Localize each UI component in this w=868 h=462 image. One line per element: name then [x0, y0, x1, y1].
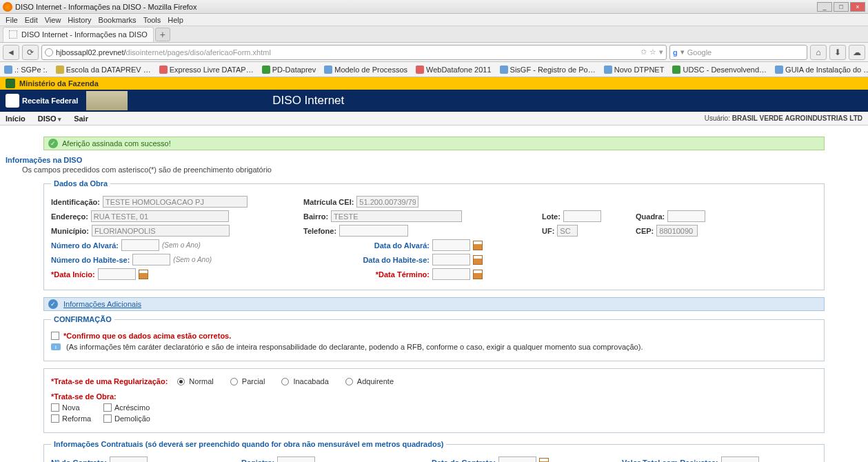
menu-diso[interactable]: DISO: [38, 114, 61, 123]
menu-inicio[interactable]: Início: [6, 114, 26, 123]
legend-confirmacao: CONFIRMAÇÃO: [51, 315, 114, 323]
checkbox-nova[interactable]: [51, 403, 59, 412]
label-num-contrato: Nº do Contrato:: [51, 459, 107, 463]
url-bar[interactable]: hjbossapl02.prevnet/disointernet/pages/d…: [41, 45, 667, 60]
input-identificacao[interactable]: [103, 196, 248, 208]
input-num-habite[interactable]: [132, 254, 170, 265]
menu-tools[interactable]: Tools: [141, 16, 164, 24]
maximize-button[interactable]: □: [834, 2, 849, 12]
page-heading: Informações na DISO: [6, 156, 862, 164]
checkbox-confirmo[interactable]: [51, 332, 59, 340]
label-municipio: Município:: [51, 227, 89, 235]
close-window-button[interactable]: ×: [850, 2, 865, 12]
downloads-button[interactable]: ⬇: [829, 45, 846, 60]
label-regularizacao: *Trata-se de uma Regularização:: [51, 377, 168, 385]
bookmark-item[interactable]: SisGF - Registro de Po…: [500, 66, 596, 74]
bookmark-item[interactable]: WebDatafone 2011: [416, 66, 492, 74]
calendar-icon-termino[interactable]: [473, 270, 483, 279]
menu-edit[interactable]: Edit: [22, 16, 41, 24]
browser-tab[interactable]: DISO Internet - Informações na DISO: [3, 27, 154, 42]
search-box[interactable]: g ▾ Google: [669, 45, 807, 60]
reload-button[interactable]: ⟳: [22, 45, 39, 60]
menu-file[interactable]: File: [3, 16, 21, 24]
calendar-icon-habite[interactable]: [473, 255, 483, 265]
browser-menubar: File Edit View History Bookmarks Tools H…: [0, 14, 868, 26]
label-demolicao: Demolição: [114, 414, 150, 423]
menu-help[interactable]: Help: [165, 16, 186, 24]
bookmark-item[interactable]: .: SGPe :.: [4, 66, 48, 74]
label-registro: Registro:: [241, 459, 274, 463]
label-uf: UF:: [542, 227, 554, 235]
input-lote[interactable]: [563, 210, 601, 222]
new-tab-button[interactable]: +: [155, 28, 170, 41]
tab-favicon: [9, 30, 17, 39]
bookmark-label: Expresso Livre DATAP…: [170, 66, 254, 74]
bookmark-label: Modelo de Processos: [334, 66, 407, 74]
bookmark-item[interactable]: Modelo de Processos: [324, 66, 407, 74]
bookmark-item[interactable]: Expresso Livre DATAP…: [159, 66, 254, 74]
bookmark-item[interactable]: Escola da DATAPREV …: [56, 66, 151, 74]
radio-inacabada[interactable]: [281, 378, 289, 385]
info-bar-1: ✓ Informações Adicionais: [43, 297, 825, 311]
input-valor-total[interactable]: [721, 456, 759, 462]
radio-adquirente[interactable]: [345, 378, 353, 385]
input-uf[interactable]: [557, 225, 578, 237]
dropdown-icon[interactable]: ▾: [659, 48, 663, 57]
input-data-inicio[interactable]: [98, 268, 136, 280]
bookmark-favicon: [416, 66, 424, 74]
checkbox-acrescimo[interactable]: [103, 403, 112, 412]
input-quadra[interactable]: [667, 210, 705, 222]
label-telefone: Telefone:: [303, 227, 336, 235]
input-registro[interactable]: [277, 456, 315, 462]
feedback-button[interactable]: ☁: [849, 45, 865, 60]
label-data-termino: *Data Término:: [376, 270, 430, 279]
input-matricula[interactable]: [356, 196, 418, 208]
checkbox-demolicao[interactable]: [103, 414, 112, 423]
url-path: disointernet/pages/diso/afericaoForm.xht…: [126, 48, 271, 57]
bookmark-favicon: [672, 66, 680, 74]
receita-federal-logo: Receita Federal: [0, 94, 83, 108]
success-text: Aferição assinada com sucesso!: [62, 139, 171, 148]
calendar-icon-inicio[interactable]: [139, 270, 148, 279]
input-data-termino[interactable]: [432, 268, 470, 280]
radio-normal[interactable]: [177, 378, 185, 385]
link-info-adicionais-1[interactable]: Informações Adicionais: [63, 300, 141, 308]
search-dropdown-icon[interactable]: ▾: [680, 48, 685, 57]
label-data-contrato: Data do Contrato:: [432, 459, 496, 463]
input-telefone[interactable]: [339, 225, 408, 237]
label-inacabada: Inacabada: [293, 377, 328, 385]
bookmark-favicon: [604, 66, 612, 74]
input-endereco[interactable]: [91, 210, 229, 222]
app-header: Receita Federal DISO Internet: [0, 90, 868, 112]
bookmark-item[interactable]: Novo DTPNET: [604, 66, 665, 74]
input-num-contrato[interactable]: [110, 456, 148, 462]
input-bairro[interactable]: [331, 210, 462, 222]
calendar-icon-contrato[interactable]: [539, 458, 549, 463]
input-data-alvara[interactable]: [432, 239, 470, 251]
bookmark-item[interactable]: GUIA de Instalação do …: [775, 66, 868, 74]
legend-dados-obra: Dados da Obra: [51, 179, 110, 188]
bookmark-item[interactable]: PD-Dataprev: [262, 66, 316, 74]
checkbox-reforma[interactable]: [51, 414, 59, 423]
menu-sair[interactable]: Sair: [74, 114, 88, 123]
input-data-contrato[interactable]: [498, 456, 536, 462]
minimize-button[interactable]: _: [817, 2, 832, 12]
radio-parcial[interactable]: [230, 378, 238, 385]
label-obra: *Trata-se de Obra:: [51, 392, 117, 401]
label-acrescimo: Acréscimo: [114, 403, 150, 412]
input-num-alvara[interactable]: [121, 239, 159, 251]
menu-bookmarks[interactable]: Bookmarks: [96, 16, 139, 24]
home-button[interactable]: ⌂: [810, 45, 827, 60]
bookmark-item[interactable]: UDSC - Desenvolvend…: [672, 66, 767, 74]
page-content: ✓ Aferição assinada com sucesso! Informa…: [0, 125, 868, 462]
menu-view[interactable]: View: [42, 16, 64, 24]
input-data-habite[interactable]: [432, 254, 470, 265]
bookmark-star-icon[interactable]: ☆: [649, 48, 656, 57]
menu-history[interactable]: History: [65, 16, 94, 24]
input-municipio[interactable]: [92, 225, 230, 237]
label-normal: Normal: [189, 377, 213, 385]
calendar-icon-alvara[interactable]: [473, 241, 483, 250]
feed-icon[interactable]: ✩: [640, 48, 647, 57]
back-button[interactable]: ◄: [3, 45, 19, 60]
input-cep[interactable]: [656, 225, 698, 237]
